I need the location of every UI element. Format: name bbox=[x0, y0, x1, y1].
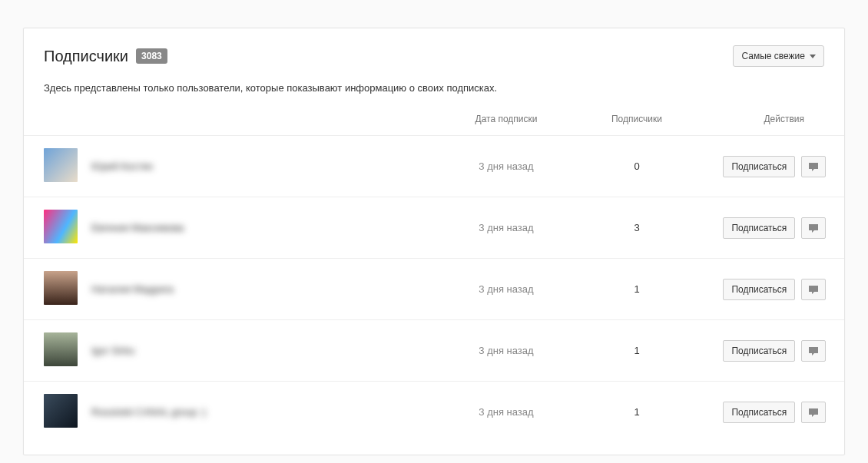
message-icon bbox=[808, 162, 819, 171]
subscribe-date: 3 дня назад bbox=[437, 320, 575, 382]
column-actions: Действия bbox=[698, 109, 844, 136]
message-icon bbox=[808, 408, 819, 417]
column-subs: Подписчики bbox=[575, 109, 698, 136]
subscribe-date: 3 дня назад bbox=[437, 259, 575, 320]
user-name[interactable]: Евгения Максимова bbox=[91, 222, 184, 233]
subscribe-date: 3 дня назад bbox=[437, 197, 575, 259]
table-row: Rossiiskii CANAL group :) 3 дня назад 1 … bbox=[24, 382, 844, 443]
sort-dropdown[interactable]: Самые свежие bbox=[733, 45, 824, 67]
message-button[interactable] bbox=[801, 156, 826, 177]
table-head: Дата подписки Подписчики Действия bbox=[24, 109, 844, 136]
panel-header: Подписчики 3083 Самые свежие bbox=[24, 28, 844, 71]
subscribe-button[interactable]: Подписаться bbox=[723, 217, 795, 239]
column-date: Дата подписки bbox=[437, 109, 575, 136]
avatar[interactable] bbox=[44, 332, 78, 366]
subscriber-count: 1 bbox=[575, 259, 698, 320]
user-name[interactable]: Igor Sirbu bbox=[91, 345, 134, 356]
avatar[interactable] bbox=[44, 210, 78, 243]
message-button[interactable] bbox=[801, 402, 826, 423]
table-row: Igor Sirbu 3 дня назад 1 Подписаться bbox=[24, 320, 844, 382]
user-name[interactable]: Юрий Костян bbox=[91, 160, 153, 172]
subscribe-button[interactable]: Подписаться bbox=[723, 340, 795, 362]
subscriber-count-badge: 3083 bbox=[136, 48, 167, 64]
user-name[interactable]: Rossiiskii CANAL group :) bbox=[91, 406, 206, 418]
avatar[interactable] bbox=[44, 148, 78, 182]
message-icon bbox=[808, 346, 819, 356]
sort-dropdown-label: Самые свежие bbox=[741, 51, 805, 61]
table-row: Наталия Мадрига 3 дня назад 1 Подписатьс… bbox=[24, 259, 844, 320]
subscribers-table: Дата подписки Подписчики Действия Юрий К… bbox=[24, 109, 844, 442]
subscribers-panel: Подписчики 3083 Самые свежие Здесь предс… bbox=[23, 28, 845, 455]
subscribe-date: 3 дня назад bbox=[437, 136, 575, 197]
description-text: Здесь представлены только пользователи, … bbox=[24, 71, 844, 109]
subscriber-count: 3 bbox=[575, 197, 698, 259]
table-row: Юрий Костян 3 дня назад 0 Подписаться bbox=[24, 136, 844, 197]
user-name[interactable]: Наталия Мадрига bbox=[91, 283, 174, 295]
message-button[interactable] bbox=[801, 217, 826, 239]
avatar[interactable] bbox=[44, 394, 78, 428]
message-icon bbox=[808, 285, 819, 294]
subscribe-button[interactable]: Подписаться bbox=[723, 279, 795, 300]
subscriber-count: 1 bbox=[575, 382, 698, 443]
avatar[interactable] bbox=[44, 271, 78, 305]
page-title: Подписчики bbox=[44, 48, 128, 65]
subscriber-count: 1 bbox=[575, 320, 698, 382]
message-button[interactable] bbox=[801, 340, 826, 362]
subscribe-button[interactable]: Подписаться bbox=[723, 402, 795, 423]
subscribe-date: 3 дня назад bbox=[437, 382, 575, 443]
message-icon bbox=[808, 223, 819, 233]
chevron-down-icon bbox=[810, 55, 816, 58]
table-row: Евгения Максимова 3 дня назад 3 Подписат… bbox=[24, 197, 844, 259]
message-button[interactable] bbox=[801, 279, 826, 300]
subscribe-button[interactable]: Подписаться bbox=[723, 156, 795, 177]
subscriber-count: 0 bbox=[575, 136, 698, 197]
